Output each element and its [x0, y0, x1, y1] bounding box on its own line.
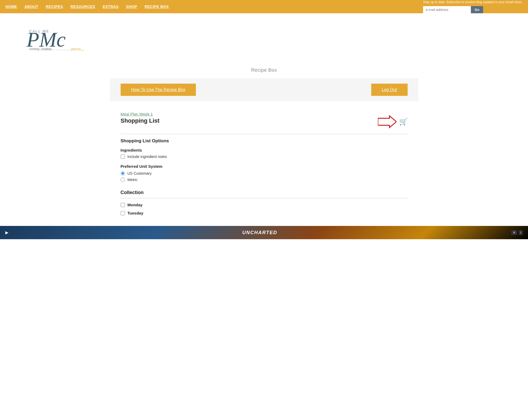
nav-resources[interactable]: RESOURCES	[70, 5, 95, 9]
email-input[interactable]	[423, 6, 471, 13]
include-notes-row: Include ingredient notes	[121, 155, 408, 159]
subscribe-text: Stay up to date. Subscribe to receive bl…	[423, 0, 523, 5]
how-to-use-button[interactable]: How To Use The Recipe Box	[121, 84, 196, 96]
nav-shop[interactable]: SHOP	[126, 5, 137, 9]
subscribe-area: Stay up to date. Subscribe to receive bl…	[423, 0, 523, 13]
main-content: Meal Plan Week 1 Shopping List 🛒 Shoppin…	[110, 112, 418, 215]
monday-row: Monday	[121, 203, 408, 207]
us-customary-radio[interactable]	[121, 171, 125, 175]
shopping-header-right: 🛒	[378, 114, 408, 129]
include-notes-checkbox[interactable]	[121, 155, 125, 159]
metric-label: Metric	[128, 178, 138, 182]
ad-close-area: ✕ i	[511, 230, 523, 235]
top-navigation: HOME ABOUT RECIPES RESOURCES EXTRAS SHOP…	[0, 0, 528, 13]
nav-recipes[interactable]: RECIPES	[46, 5, 63, 9]
arrow-right-icon	[378, 114, 396, 129]
logo: CALL ME PMc cooking. creating. sharing.	[21, 19, 517, 52]
ingredients-label: Ingredients	[121, 148, 408, 152]
ad-adchoice: i	[519, 230, 523, 235]
go-button[interactable]: Go	[471, 6, 483, 13]
ad-brand-left: ▶	[5, 230, 8, 235]
section-divider	[121, 134, 408, 134]
options-heading: Shopping List Options	[121, 138, 408, 144]
cart-icon[interactable]: 🛒	[399, 118, 408, 126]
page-content: Recipe Box How To Use The Recipe Box Log…	[105, 67, 424, 215]
tuesday-checkbox[interactable]	[121, 211, 125, 215]
ad-text: UNCHARTED	[242, 230, 277, 235]
nav-links: HOME ABOUT RECIPES RESOURCES EXTRAS SHOP…	[5, 5, 169, 9]
svg-text:sharing.: sharing.	[71, 47, 81, 50]
metric-radio[interactable]	[121, 178, 125, 182]
tuesday-row: Tuesday	[121, 211, 408, 215]
collection-divider	[121, 198, 408, 198]
nav-extras[interactable]: EXTRAS	[103, 5, 119, 9]
us-customary-row: US Customary	[121, 171, 408, 175]
svg-marker-4	[378, 116, 396, 128]
monday-label: Monday	[128, 203, 143, 207]
include-notes-label: Include ingredient notes	[128, 155, 167, 159]
shopping-list-heading: Shopping List	[121, 117, 160, 124]
nav-about[interactable]: ABOUT	[24, 5, 38, 9]
us-customary-label: US Customary	[128, 171, 152, 175]
meal-plan-link[interactable]: Meal Plan Week 1	[121, 112, 160, 116]
nav-recipe-box[interactable]: RECIPE BOX	[145, 5, 169, 9]
logo-area: CALL ME PMc cooking. creating. sharing.	[0, 13, 528, 59]
tuesday-label: Tuesday	[128, 211, 143, 215]
shopping-header: Meal Plan Week 1 Shopping List 🛒	[121, 112, 408, 130]
logo-svg: CALL ME PMc cooking. creating. sharing.	[21, 19, 101, 50]
log-out-button[interactable]: Log Out	[371, 84, 408, 96]
ad-bar-content: ▶ UNCHARTED ✕ i	[0, 226, 528, 239]
page-title: Recipe Box	[110, 67, 418, 73]
metric-row: Metric	[121, 178, 408, 182]
ad-close-button[interactable]: ✕	[511, 230, 517, 235]
shopping-header-left: Meal Plan Week 1 Shopping List	[121, 112, 160, 130]
ad-bar: ▶ UNCHARTED ✕ i	[0, 226, 528, 239]
unit-system-heading: Preferred Unit System	[121, 164, 408, 169]
collection-heading: Collection	[121, 190, 408, 195]
nav-home[interactable]: HOME	[5, 5, 17, 9]
monday-checkbox[interactable]	[121, 203, 125, 207]
button-bar: How To Use The Recipe Box Log Out	[110, 78, 418, 101]
subscribe-form: Go	[423, 6, 523, 13]
